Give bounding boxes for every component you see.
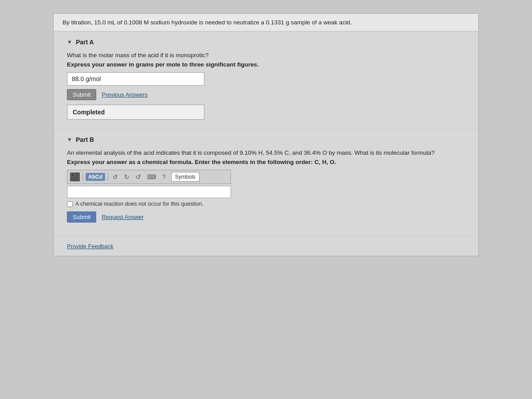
footer: Provide Feedback: [54, 236, 478, 256]
toolbar-grid-icon[interactable]: [70, 172, 80, 181]
part-a-answer-box: 88.0 g/mol: [67, 72, 204, 86]
part-a-question: What is the molar mass of the acid if it…: [67, 52, 465, 59]
toolbar-separator-1: [82, 173, 83, 181]
provide-feedback-link[interactable]: Provide Feedback: [67, 243, 113, 250]
part-b-formula-input[interactable]: [67, 186, 231, 198]
part-b-no-reaction-label: A chemical reaction does not occur for t…: [75, 201, 203, 207]
toolbar-help-icon[interactable]: ?: [160, 172, 168, 181]
toolbar-keyboard-icon[interactable]: ⌨: [145, 172, 158, 181]
toolbar-redo-icon[interactable]: ↻: [122, 172, 131, 181]
part-a-arrow-icon[interactable]: ▼: [67, 39, 72, 45]
part-b-toolbar: AbCd ↺ ↻ ↺ ⌨ ? Symbols: [67, 170, 231, 184]
symbols-container: Symbols: [170, 172, 200, 182]
part-a-express: Express your answer in grams per mole to…: [67, 61, 465, 68]
part-b-no-reaction-checkbox[interactable]: [67, 201, 73, 207]
problem-statement: By titration, 15.0 mL of 0.1008 M sodium…: [54, 14, 478, 31]
part-a-btn-row: Submit Previous Answers: [67, 89, 465, 100]
part-b-header: ▼ Part B: [67, 136, 465, 143]
part-b-arrow-icon[interactable]: ▼: [67, 137, 72, 143]
toolbar-cursor-icon[interactable]: ↺: [111, 172, 120, 181]
symbols-dropdown-button[interactable]: Symbols: [171, 172, 200, 182]
main-container: By titration, 15.0 mL of 0.1008 M sodium…: [53, 13, 479, 256]
part-a-completed-text: Completed: [73, 109, 105, 116]
part-b-question: An elemental analysis of the acid indica…: [67, 149, 465, 156]
part-b-section: ▼ Part B An elemental analysis of the ac…: [54, 129, 478, 236]
toolbar-refresh-icon[interactable]: ↺: [134, 172, 143, 181]
part-a-previous-answers-button[interactable]: Previous Answers: [102, 91, 147, 98]
part-a-answer-value: 88.0 g/mol: [72, 75, 101, 82]
part-a-header: ▼ Part A: [67, 39, 465, 46]
part-a-section: ▼ Part A What is the molar mass of the a…: [54, 31, 478, 129]
problem-text: By titration, 15.0 mL of 0.1008 M sodium…: [63, 19, 352, 26]
part-a-completed-badge: Completed: [67, 105, 204, 120]
toolbar-abc-button[interactable]: AbCd: [86, 173, 105, 181]
part-b-checkbox-row: A chemical reaction does not occur for t…: [67, 201, 465, 207]
part-b-label: Part B: [76, 136, 94, 143]
toolbar-separator-2: [108, 173, 108, 181]
part-b-submit-button[interactable]: Submit: [67, 211, 96, 223]
part-a-label: Part A: [76, 39, 94, 46]
part-a-submit-button[interactable]: Submit: [67, 89, 96, 100]
part-b-express: Express your answer as a chemical formul…: [67, 159, 465, 165]
part-b-request-answer-button[interactable]: Request Answer: [102, 214, 144, 220]
part-b-btn-row: Submit Request Answer: [67, 211, 465, 223]
